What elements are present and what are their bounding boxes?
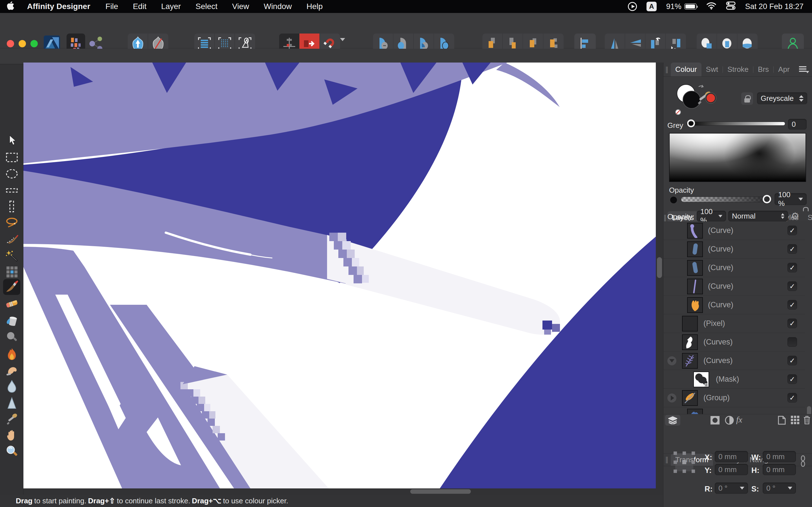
minimise-window-button[interactable] xyxy=(18,40,26,47)
menu-app-name[interactable]: Affinity Designer xyxy=(27,2,90,11)
view-tool[interactable] xyxy=(3,427,20,443)
grey-slider-track[interactable] xyxy=(687,122,785,126)
anchor-point-selector[interactable] xyxy=(673,451,696,473)
tab-appearance[interactable]: Apr xyxy=(774,62,794,76)
layers-scrollbar[interactable] xyxy=(807,406,811,414)
layer-row[interactable]: (Curve) ✓ xyxy=(663,277,805,296)
layers-stack-icon[interactable] xyxy=(665,415,680,426)
layer-row[interactable]: (Curve) ✓ xyxy=(663,296,805,314)
mask-layer-icon[interactable] xyxy=(710,416,720,427)
colour-opacity-value[interactable]: 100 % xyxy=(774,193,807,205)
grey-value-field[interactable]: 0 xyxy=(788,119,807,129)
expand-layer-icon[interactable] xyxy=(667,393,676,402)
pixel-tool[interactable] xyxy=(3,264,20,280)
flood-select-tool[interactable] xyxy=(3,248,20,264)
control-center-icon[interactable] xyxy=(726,1,735,12)
x-field[interactable]: 0 mm xyxy=(715,451,748,462)
move-tool[interactable] xyxy=(3,132,20,148)
document-canvas[interactable] xyxy=(23,62,656,489)
freehand-selection-tool[interactable] xyxy=(3,215,20,230)
wifi-icon[interactable] xyxy=(706,2,716,11)
burn-brush-tool[interactable] xyxy=(3,346,20,362)
layer-effects-fx-icon[interactable]: fx xyxy=(736,415,742,425)
layers-opacity-dropdown[interactable]: 100 % xyxy=(697,211,726,221)
tab-stroke[interactable]: Stroke xyxy=(723,62,753,76)
greyscale-picker-box[interactable] xyxy=(669,133,806,182)
layer-row-expanded[interactable]: (Curves) ✓ xyxy=(663,351,805,370)
adjustment-layer-icon[interactable] xyxy=(725,416,734,427)
y-field[interactable]: 0 mm xyxy=(715,464,748,475)
close-window-button[interactable] xyxy=(7,40,14,47)
colour-lock-button[interactable] xyxy=(741,93,753,105)
menu-select[interactable]: Select xyxy=(195,2,217,11)
selection-brush-tool[interactable] xyxy=(3,232,20,247)
menu-window[interactable]: Window xyxy=(264,2,292,11)
layer-row-pixel[interactable]: (Pixel) ✓ xyxy=(663,314,805,333)
layer-visibility-checkbox[interactable]: ✓ xyxy=(788,319,797,328)
menu-edit[interactable]: Edit xyxy=(133,2,146,11)
layer-visibility-checkbox[interactable]: ✓ xyxy=(788,300,797,309)
layer-row-group[interactable]: (Group) ✓ xyxy=(663,389,805,407)
canvas-vscrollbar[interactable] xyxy=(657,257,662,278)
tab-swatches[interactable]: Swt xyxy=(702,62,723,76)
layer-row[interactable]: (Curves) xyxy=(663,333,805,351)
battery-status[interactable]: 91% xyxy=(666,2,697,11)
media-play-icon[interactable] xyxy=(628,2,637,11)
zoom-window-button[interactable] xyxy=(31,40,38,47)
column-marquee-tool[interactable] xyxy=(3,199,20,214)
layers-blend-dropdown[interactable]: Normal xyxy=(728,211,788,221)
colour-panel-menu-icon[interactable] xyxy=(799,66,809,73)
row-marquee-tool[interactable] xyxy=(3,182,20,198)
erase-brush-tool[interactable] xyxy=(3,296,20,312)
input-source-badge[interactable]: A xyxy=(647,2,657,11)
tab-colour[interactable]: Colour xyxy=(671,62,702,76)
elliptical-marquee-tool[interactable] xyxy=(3,166,20,182)
menu-file[interactable]: File xyxy=(105,2,118,11)
layers-settings-gear-icon[interactable]: ⚙ xyxy=(791,211,799,221)
layer-visibility-checkbox[interactable]: ✓ xyxy=(788,281,797,291)
menu-view[interactable]: View xyxy=(232,2,249,11)
zoom-tool[interactable] xyxy=(3,443,20,459)
link-dimensions-icon[interactable] xyxy=(801,454,806,471)
new-pixel-layer-icon[interactable] xyxy=(791,416,799,426)
menu-help[interactable]: Help xyxy=(306,2,323,11)
layer-row[interactable]: (Curve) ✓ xyxy=(663,259,805,277)
tab-brushes[interactable]: Brs xyxy=(753,62,773,76)
layer-visibility-checkbox-unchecked[interactable] xyxy=(788,337,797,347)
layer-visibility-checkbox[interactable]: ✓ xyxy=(788,263,797,272)
smudge-brush-tool[interactable] xyxy=(3,362,20,378)
colour-picker-tool[interactable] xyxy=(3,411,20,427)
rectangular-marquee-tool[interactable] xyxy=(3,150,20,165)
w-field[interactable]: 0 mm xyxy=(763,451,796,462)
picked-colour-swatch[interactable] xyxy=(706,93,716,103)
delete-layer-trash-icon[interactable] xyxy=(803,415,811,427)
layer-row[interactable]: (Curve) ✓ xyxy=(663,221,805,240)
h-field[interactable]: 0 mm xyxy=(763,464,796,475)
grey-slider-knob[interactable] xyxy=(687,119,695,127)
paint-brush-tool[interactable] xyxy=(3,279,20,295)
sharpen-brush-tool[interactable] xyxy=(3,395,20,411)
layer-row[interactable]: (Curve) ✓ xyxy=(663,240,805,259)
layer-visibility-checkbox[interactable]: ✓ xyxy=(788,244,797,254)
layer-row-mask[interactable]: (Mask) ✓ xyxy=(663,370,805,389)
r-field[interactable]: 0 ° xyxy=(715,483,748,494)
snapping-dropdown-carat[interactable] xyxy=(340,41,345,46)
apple-menu-icon[interactable] xyxy=(7,1,14,12)
dodge-brush-tool[interactable] xyxy=(3,330,20,345)
blur-brush-tool[interactable] xyxy=(3,379,20,394)
menu-layer[interactable]: Layer xyxy=(161,2,181,11)
menu-clock[interactable]: Sat 20 Feb 18:27 xyxy=(745,2,804,11)
colour-mode-dropdown[interactable]: Greyscale xyxy=(757,93,807,104)
layer-visibility-checkbox[interactable]: ✓ xyxy=(788,356,797,365)
layer-row-partial[interactable] xyxy=(663,407,805,414)
layer-visibility-checkbox[interactable]: ✓ xyxy=(788,226,797,235)
layer-visibility-checkbox[interactable]: ✓ xyxy=(788,374,797,384)
collapse-layer-icon[interactable] xyxy=(667,356,676,365)
s-field[interactable]: 0 ° xyxy=(763,483,796,494)
colour-opacity-knob[interactable] xyxy=(763,195,771,203)
layer-visibility-checkbox[interactable]: ✓ xyxy=(788,393,797,402)
panel-drag-handle[interactable]: ∥ xyxy=(663,62,671,76)
colour-opacity-track[interactable] xyxy=(681,196,770,202)
canvas-hscrollbar[interactable] xyxy=(410,489,471,494)
flood-fill-tool[interactable] xyxy=(3,314,20,329)
